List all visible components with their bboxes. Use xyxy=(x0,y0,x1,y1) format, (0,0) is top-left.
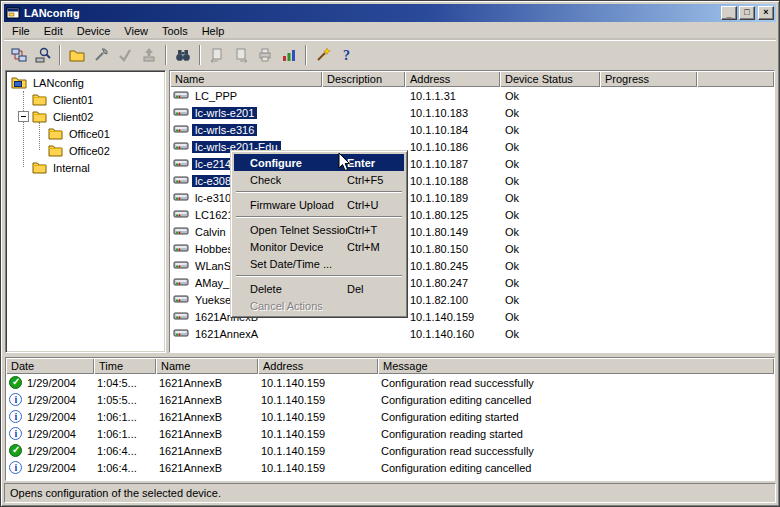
column-header-date[interactable]: Date xyxy=(6,358,94,374)
read-config-icon[interactable] xyxy=(205,43,229,67)
context-menu-item[interactable]: Open Telnet Session Ctrl+T xyxy=(234,221,404,238)
log-status-icon xyxy=(9,410,22,423)
log-time: 1:06:4... xyxy=(94,445,156,457)
menu-item-label: Monitor Device xyxy=(235,241,323,253)
device-list-header: Name Description Address Device Status P… xyxy=(170,71,774,87)
column-header-device-status[interactable]: Device Status xyxy=(500,71,600,87)
device-address: 10.1.1.31 xyxy=(405,90,500,102)
menu-item-shortcut: Ctrl+T xyxy=(347,224,403,236)
close-button[interactable]: × xyxy=(758,6,774,20)
device-address: 10.1.80.150 xyxy=(405,243,500,255)
check-device-icon[interactable] xyxy=(113,43,137,67)
log-row[interactable]: 1/29/2004 1:04:5... 1621AnnexB 10.1.140.… xyxy=(6,374,774,391)
column-header-name[interactable]: Name xyxy=(170,71,322,87)
firmware-upload-icon[interactable] xyxy=(137,43,161,67)
write-config-icon[interactable] xyxy=(229,43,253,67)
context-menu-item xyxy=(234,272,404,280)
menu-item[interactable]: Tools xyxy=(155,23,195,39)
log-device-name: 1621AnnexB xyxy=(156,411,258,423)
help-icon[interactable]: ? xyxy=(335,43,359,67)
log-row[interactable]: 1/29/2004 1:06:1... 1621AnnexB 10.1.140.… xyxy=(6,425,774,442)
device-icon xyxy=(173,310,189,323)
context-menu-item[interactable]: Configure Enter xyxy=(234,154,404,171)
device-status: Ok xyxy=(500,226,600,238)
tree-item[interactable]: Internal xyxy=(8,159,163,176)
log-row[interactable]: 1/29/2004 1:06:4... 1621AnnexB 10.1.140.… xyxy=(6,459,774,476)
menu-item-label: Set Date/Time ... xyxy=(235,258,332,270)
device-row[interactable]: LC_PPP 10.1.1.31 Ok xyxy=(170,87,774,104)
context-menu-item[interactable]: Check Ctrl+F5 xyxy=(234,171,404,188)
device-icon xyxy=(173,157,189,170)
context-menu-item[interactable]: Cancel Actions xyxy=(234,297,404,314)
column-header-progress[interactable]: Progress xyxy=(600,71,697,87)
column-header-name[interactable]: Name xyxy=(156,358,258,374)
column-header-message[interactable]: Message xyxy=(378,358,774,374)
column-header-description[interactable]: Description xyxy=(322,71,405,87)
device-row[interactable]: lc-wrls-e316 10.1.10.184 Ok xyxy=(170,121,774,138)
log-device-name: 1621AnnexB xyxy=(156,377,258,389)
device-address: 10.1.80.247 xyxy=(405,277,500,289)
context-menu-item[interactable]: Firmware Upload Ctrl+U xyxy=(234,196,404,213)
device-icon xyxy=(173,123,189,136)
log-message: Configuration read successfully xyxy=(378,377,774,389)
log-address: 10.1.140.159 xyxy=(258,411,378,423)
configure-device-icon[interactable] xyxy=(89,43,113,67)
context-menu-item[interactable]: Delete Del xyxy=(234,280,404,297)
log-time: 1:06:1... xyxy=(94,428,156,440)
column-header-address[interactable]: Address xyxy=(405,71,500,87)
device-address: 10.1.10.188 xyxy=(405,175,500,187)
column-header-address[interactable]: Address xyxy=(258,358,378,374)
log-row[interactable]: 1/29/2004 1:05:5... 1621AnnexB 10.1.140.… xyxy=(6,391,774,408)
device-address: 10.1.82.100 xyxy=(405,294,500,306)
svg-text:?: ? xyxy=(343,48,350,63)
menu-item[interactable]: Device xyxy=(70,23,118,39)
device-row[interactable]: 1621AnnexA 10.1.140.160 Ok xyxy=(170,325,774,342)
context-menu-item xyxy=(234,188,404,196)
connect-devices-icon[interactable] xyxy=(7,43,31,67)
device-status: Ok xyxy=(500,175,600,187)
log-row[interactable]: 1/29/2004 1:06:1... 1621AnnexB 10.1.140.… xyxy=(6,408,774,425)
device-address: 10.1.10.186 xyxy=(405,141,500,153)
tree-root-item[interactable]: LANconfig xyxy=(8,74,163,91)
monitor-device-icon[interactable] xyxy=(277,43,301,67)
print-config-icon[interactable] xyxy=(253,43,277,67)
menu-item-label: Check xyxy=(235,174,281,186)
device-address: 10.1.10.183 xyxy=(405,107,500,119)
search-devices-icon[interactable] xyxy=(31,43,55,67)
menu-item-label: Configure xyxy=(235,157,302,169)
device-address: 10.1.140.160 xyxy=(405,328,500,340)
tree-item[interactable]: Office02 xyxy=(8,142,163,159)
menu-item[interactable]: File xyxy=(5,23,37,39)
tree-item[interactable]: Client01 xyxy=(8,91,163,108)
log-address: 10.1.140.159 xyxy=(258,394,378,406)
tree-item[interactable]: Office01 xyxy=(8,125,163,142)
device-row[interactable]: lc-wrls-e201 10.1.10.183 Ok xyxy=(170,104,774,121)
title-bar[interactable]: LANconfig _ □ × xyxy=(4,4,776,22)
setup-wizard-icon[interactable] xyxy=(311,43,335,67)
device-status: Ok xyxy=(500,141,600,153)
tree-item-label: Client02 xyxy=(51,111,95,123)
tree-expand-box[interactable] xyxy=(18,111,29,122)
menu-item[interactable]: Edit xyxy=(37,23,70,39)
log-status-icon xyxy=(9,376,22,389)
log-time: 1:06:4... xyxy=(94,462,156,474)
menu-item[interactable]: View xyxy=(117,23,155,39)
menu-item-shortcut: Enter xyxy=(347,157,403,169)
menu-item[interactable]: Help xyxy=(195,23,232,39)
status-bar: Opens configuration of the selected devi… xyxy=(4,483,776,503)
tree-item[interactable]: Client02 xyxy=(8,108,163,125)
log-row[interactable]: 1/29/2004 1:06:4... 1621AnnexB 10.1.140.… xyxy=(6,442,774,459)
menu-item-shortcut: Ctrl+M xyxy=(347,241,403,253)
context-menu-item[interactable]: Set Date/Time ... xyxy=(234,255,404,272)
find-devices-icon[interactable] xyxy=(171,43,195,67)
context-menu-item[interactable]: Monitor Device Ctrl+M xyxy=(234,238,404,255)
folder-icon xyxy=(48,144,63,157)
mouse-cursor xyxy=(338,152,350,174)
new-folder-icon[interactable] xyxy=(65,43,89,67)
log-status-icon xyxy=(9,461,22,474)
device-status: Ok xyxy=(500,158,600,170)
minimize-button[interactable]: _ xyxy=(721,6,737,20)
toolbar-separator xyxy=(305,45,307,65)
column-header-time[interactable]: Time xyxy=(94,358,156,374)
maximize-button[interactable]: □ xyxy=(739,6,755,20)
